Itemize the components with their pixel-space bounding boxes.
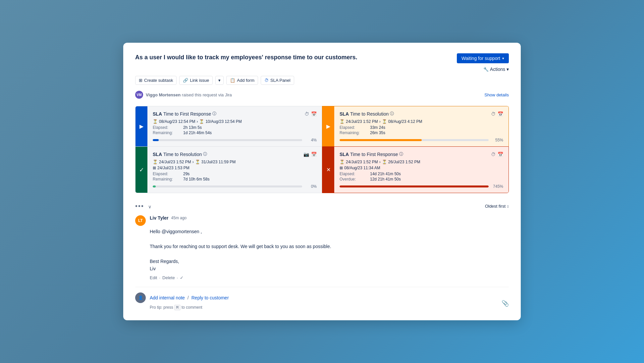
- edit-confirm-icon[interactable]: ✓: [180, 275, 184, 280]
- paperclip-icon[interactable]: 📎: [502, 300, 509, 307]
- info-icon-1[interactable]: ⓘ: [212, 111, 216, 117]
- more-options-button[interactable]: ••• ∨: [135, 202, 152, 210]
- sla-overdue-4: Overdue: 12d 21h 41m 50s: [340, 177, 503, 182]
- calendar-icon-1[interactable]: 📅: [311, 111, 317, 117]
- sla-remaining-3: Remaining: 7d 10h 6m 58s: [153, 177, 317, 182]
- progress-bar-fill-1: [153, 139, 159, 141]
- create-subtask-label: Create subtask: [144, 78, 173, 83]
- delete-link[interactable]: Delete: [162, 275, 175, 280]
- comment-line-4: Liv: [150, 265, 509, 272]
- sla-start-1: 08/Aug/23 12:54 PM: [159, 119, 195, 124]
- completed-icon-4: ⊠: [340, 166, 343, 170]
- sla-card-1-dates: ⏳ 08/Aug/23 12:54 PM › ⏳ 10/Aug/23 12:54…: [153, 119, 317, 124]
- comment-time: 45m ago: [171, 216, 187, 220]
- calendar-icon-3[interactable]: 📅: [311, 152, 317, 157]
- info-icon-2[interactable]: ⓘ: [390, 111, 394, 117]
- completed-icon-3: ⊠: [153, 166, 156, 170]
- overdue-value-4: 12d 21h 41m 50s: [370, 177, 503, 182]
- wrench-icon: 🔧: [483, 67, 489, 72]
- show-details-link[interactable]: Show details: [484, 92, 509, 97]
- expand-icon: ∨: [148, 204, 152, 209]
- sla-card-2-title: SLA Time to Resolution ⓘ: [340, 111, 394, 117]
- camera-icon-3[interactable]: 📷: [303, 152, 309, 157]
- progress-pct-2: 55%: [491, 138, 503, 142]
- elapsed-label-2: Elapsed:: [340, 125, 369, 130]
- pro-tip-text: Pro tip: press: [150, 305, 173, 310]
- hourglass-icon-end-3: ⏳: [195, 160, 200, 164]
- reply-row: 👤 Add internal note / Reply to customer …: [135, 287, 509, 303]
- sla-card-3-dates: ⏳ 24/Jul/23 1:52 PM › ⏳ 31/Jul/23 11:59 …: [153, 160, 317, 164]
- sla-card-3-completed-row: ⊠ 24/Jul/23 1:53 PM: [153, 166, 317, 170]
- sla-card-4-inner: SLA Time to First Response ⓘ ⏱ 📅 ⏳ 24/Ju…: [334, 147, 509, 193]
- add-internal-note-link[interactable]: Add internal note: [150, 295, 185, 300]
- sla-end-3: 31/Jul/23 11:59 PM: [201, 160, 236, 164]
- hourglass-icon-start-4: ⏳: [340, 160, 345, 164]
- waiting-for-support-button[interactable]: Waiting for support ▾: [457, 53, 509, 63]
- elapsed-value-3: 29s: [183, 172, 317, 176]
- sla-icon: ⏱: [264, 78, 269, 83]
- overdue-label-4: Overdue:: [340, 177, 369, 182]
- calendar-icon-4[interactable]: 📅: [498, 152, 503, 157]
- sla-card-4-icons: ⏱ 📅: [491, 152, 503, 157]
- add-form-label: Add form: [237, 78, 254, 83]
- chevron-down-icon: ▾: [502, 56, 504, 61]
- progress-bar-fill-3: [153, 185, 156, 187]
- sla-elapsed-2: Elapsed: 33m 24s: [340, 125, 503, 130]
- info-icon-3[interactable]: ⓘ: [203, 151, 207, 157]
- pro-tip-text2: to comment: [182, 305, 202, 310]
- remaining-label-3: Remaining:: [153, 177, 183, 182]
- comment-meta: Liv Tyler 45m ago: [150, 215, 187, 221]
- elapsed-value-1: 2h 13m 5s: [183, 125, 317, 130]
- hourglass-icon-start-2: ⏳: [340, 119, 345, 124]
- create-subtask-button[interactable]: ⊞ Create subtask: [135, 76, 177, 85]
- sla-card-4-side: ✕: [322, 147, 334, 193]
- sla-end-2: 08/Aug/23 4:12 PM: [388, 119, 422, 124]
- raised-by-text: Viggo Mortensen raised this request via …: [146, 92, 232, 97]
- link-issue-label: Link issue: [190, 78, 209, 83]
- actions-label: Actions: [490, 67, 505, 72]
- remaining-value-1: 1d 21h 46m 54s: [183, 130, 317, 135]
- subtask-icon: ⊞: [139, 78, 142, 83]
- oldest-first-sort[interactable]: Oldest first ↕: [485, 204, 509, 209]
- sla-panel-button[interactable]: ⏱ SLA Panel: [261, 76, 294, 85]
- sla-elapsed-1: Elapsed: 2h 13m 5s: [153, 125, 317, 130]
- sla-card-2-header: SLA Time to Resolution ⓘ ⏱ 📅: [340, 111, 503, 117]
- paperclip-area: 📎: [502, 300, 509, 307]
- pro-tip-key: M: [174, 305, 181, 310]
- comment-line-1: Hello @viggomortensen ,: [150, 228, 509, 235]
- add-form-button[interactable]: 📋 Add form: [226, 76, 258, 85]
- sla-title-2: Time to Resolution: [350, 111, 389, 117]
- hourglass-icon-start-1: ⏳: [153, 119, 158, 124]
- sla-card-1-icons: ⏱ 📅: [304, 111, 317, 117]
- actions-link[interactable]: 🔧 Actions ▾: [483, 67, 509, 72]
- link-issue-dropdown[interactable]: ▾: [215, 76, 224, 85]
- info-icon-4[interactable]: ⓘ: [399, 151, 403, 157]
- sla-card-4-title: SLA Time to First Response ⓘ: [340, 151, 403, 157]
- sla-card-3-title: SLA Time to Resolution ⓘ: [153, 151, 207, 157]
- reply-links: Add internal note / Reply to customer: [150, 295, 229, 300]
- clock-icon-2[interactable]: ⏱: [491, 111, 496, 117]
- sla-card-4: ✕ SLA Time to First Response ⓘ ⏱ 📅 ⏳ 24/…: [322, 146, 509, 193]
- comment-avatar: LT: [135, 215, 146, 226]
- sla-title-3: Time to Resolution: [163, 152, 202, 157]
- sla-progress-4: 745%: [340, 184, 503, 189]
- sla-label-4: SLA: [340, 152, 349, 157]
- sla-completed-3: 24/Jul/23 1:53 PM: [157, 166, 189, 170]
- sla-card-4-dates: ⏳ 24/Jul/23 1:52 PM › ⏳ 26/Jul/23 1:52 P…: [340, 160, 503, 164]
- link-issue-button[interactable]: 🔗 Link issue: [179, 76, 213, 85]
- sla-completed-4: 08/Aug/23 11:34 AM: [344, 166, 380, 170]
- edit-link[interactable]: Edit: [150, 275, 157, 280]
- sla-card-3-inner: SLA Time to Resolution ⓘ 📷 📅 ⏳ 24/Jul/23…: [147, 147, 322, 193]
- sla-label-2: SLA: [340, 111, 349, 117]
- main-card: As a user I would like to track my emplo…: [123, 43, 521, 320]
- sla-card-3-icons: 📷 📅: [303, 152, 317, 157]
- sla-card-2: ▶ SLA Time to Resolution ⓘ ⏱ 📅 ⏳ 24/Jul/…: [322, 106, 509, 146]
- waiting-label: Waiting for support: [461, 56, 500, 61]
- clock-icon-1[interactable]: ⏱: [304, 111, 309, 117]
- sla-remaining-1: Remaining: 1d 21h 46m 54s: [153, 130, 317, 135]
- hourglass-icon-end-4: ⏳: [382, 160, 387, 164]
- calendar-icon-2[interactable]: 📅: [498, 111, 503, 117]
- issue-title: As a user I would like to track my emplo…: [135, 53, 357, 62]
- reply-to-customer-link[interactable]: Reply to customer: [191, 295, 229, 300]
- clock-icon-4[interactable]: ⏱: [491, 152, 496, 157]
